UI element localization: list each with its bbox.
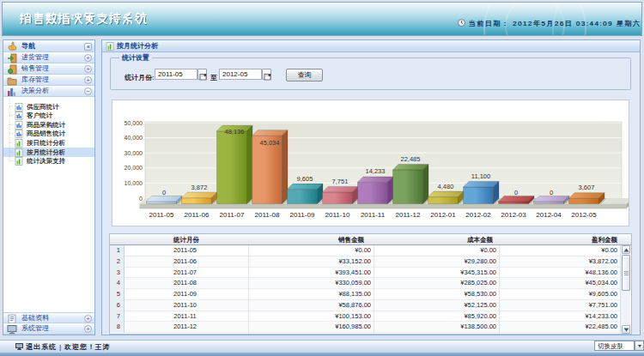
svg-text:14,233: 14,233	[366, 167, 386, 175]
svg-text:2012-05: 2012-05	[571, 211, 597, 219]
svg-text:2012-02: 2012-02	[465, 211, 491, 219]
svg-text:2011-07: 2011-07	[220, 211, 245, 219]
svg-text:2011-12: 2011-12	[396, 211, 421, 219]
svg-text:7,751: 7,751	[332, 178, 349, 185]
svg-text:2011-10: 2011-10	[325, 211, 350, 219]
svg-text:10,000: 10,000	[125, 180, 143, 186]
svg-text:30,000: 30,000	[125, 150, 143, 156]
svg-text:9,605: 9,605	[297, 175, 313, 183]
svg-text:50,000: 50,000	[125, 120, 143, 126]
svg-text:45,034: 45,034	[260, 139, 280, 147]
svg-text:48,136: 48,136	[225, 128, 245, 136]
svg-text:2011-05: 2011-05	[149, 211, 174, 219]
svg-text:2011-09: 2011-09	[290, 211, 315, 219]
svg-text:0: 0	[139, 196, 143, 202]
svg-text:2011-11: 2011-11	[361, 211, 386, 219]
svg-text:3,872: 3,872	[191, 184, 208, 191]
svg-text:22,485: 22,485	[401, 155, 421, 163]
svg-text:0: 0	[162, 189, 166, 196]
svg-text:11,100: 11,100	[471, 172, 490, 180]
svg-text:40,000: 40,000	[125, 135, 143, 141]
svg-text:20,000: 20,000	[125, 165, 143, 171]
svg-text:2011-08: 2011-08	[255, 211, 280, 219]
svg-text:4,480: 4,480	[438, 183, 454, 190]
svg-text:2011-06: 2011-06	[185, 211, 210, 219]
svg-text:0: 0	[550, 189, 553, 196]
svg-text:2012-03: 2012-03	[501, 211, 526, 219]
svg-text:2012-04: 2012-04	[536, 211, 562, 219]
svg-text:0: 0	[514, 189, 518, 196]
svg-text:2012-01: 2012-01	[430, 211, 456, 219]
svg-text:3,607: 3,607	[579, 184, 595, 191]
